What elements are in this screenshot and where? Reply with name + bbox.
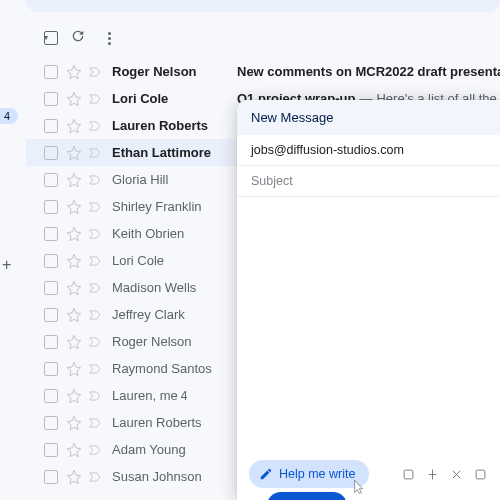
expand-icon[interactable]: [472, 466, 488, 482]
star-icon[interactable]: [66, 253, 82, 269]
sender-name: Gloria Hill: [112, 172, 168, 187]
sender-name: Madison Wells: [112, 280, 196, 295]
refresh-icon[interactable]: [70, 28, 86, 48]
row-checkbox[interactable]: [44, 335, 58, 349]
star-icon[interactable]: [66, 91, 82, 107]
important-icon[interactable]: [88, 227, 102, 241]
star-icon[interactable]: [66, 64, 82, 80]
important-icon[interactable]: [88, 92, 102, 106]
close-icon[interactable]: [448, 466, 464, 482]
important-icon[interactable]: [88, 470, 102, 484]
sender-name: Lauren, me4: [112, 388, 187, 403]
important-icon[interactable]: [88, 389, 102, 403]
row-checkbox[interactable]: [44, 416, 58, 430]
important-icon[interactable]: [88, 173, 102, 187]
sender-name: Keith Obrien: [112, 226, 184, 241]
star-icon[interactable]: [66, 145, 82, 161]
star-icon[interactable]: [66, 172, 82, 188]
svg-rect-0: [404, 470, 413, 479]
star-icon[interactable]: [66, 280, 82, 296]
row-checkbox[interactable]: [44, 470, 58, 484]
star-icon[interactable]: [66, 334, 82, 350]
compose-to-field[interactable]: jobs@diffusion-studios.com: [237, 135, 500, 166]
compose-plus-icon[interactable]: +: [2, 256, 11, 274]
attach-icon[interactable]: [400, 466, 416, 482]
important-icon[interactable]: [88, 335, 102, 349]
inbox-count-badge: 4: [0, 108, 18, 124]
important-icon[interactable]: [88, 416, 102, 430]
important-icon[interactable]: [88, 146, 102, 160]
important-icon[interactable]: [88, 362, 102, 376]
sender-name: Roger Nelson: [112, 334, 192, 349]
important-icon[interactable]: [88, 119, 102, 133]
sender-name: Lauren Roberts: [112, 118, 208, 133]
row-checkbox[interactable]: [44, 389, 58, 403]
header-stub: [26, 0, 500, 12]
row-checkbox[interactable]: [44, 200, 58, 214]
sender-name: Roger Nelson: [112, 64, 197, 79]
row-checkbox[interactable]: [44, 173, 58, 187]
row-checkbox[interactable]: [44, 92, 58, 106]
preview-subject: New comments on MCR2022 draft presentati…: [237, 64, 500, 79]
row-checkbox[interactable]: [44, 146, 58, 160]
star-icon[interactable]: [66, 199, 82, 215]
star-icon[interactable]: [66, 442, 82, 458]
row-checkbox[interactable]: [44, 308, 58, 322]
send-button[interactable]: [267, 492, 347, 500]
sender-name: Raymond Santos: [112, 361, 212, 376]
preview-row[interactable]: New comments on MCR2022 draft presentati…: [237, 58, 500, 85]
important-icon[interactable]: [88, 200, 102, 214]
star-icon[interactable]: [66, 226, 82, 242]
star-icon[interactable]: [66, 361, 82, 377]
insert-icon[interactable]: [424, 466, 440, 482]
list-toolbar: ▾: [44, 28, 111, 48]
star-icon[interactable]: [66, 118, 82, 134]
row-checkbox[interactable]: [44, 254, 58, 268]
row-checkbox[interactable]: [44, 281, 58, 295]
sender-name: Jeffrey Clark: [112, 307, 185, 322]
row-checkbox[interactable]: [44, 443, 58, 457]
important-icon[interactable]: [88, 308, 102, 322]
sender-name: Lori Cole: [112, 91, 168, 106]
star-icon[interactable]: [66, 415, 82, 431]
row-checkbox[interactable]: [44, 65, 58, 79]
compose-title[interactable]: New Message: [237, 100, 500, 135]
svg-rect-1: [476, 470, 485, 479]
compose-body[interactable]: [237, 197, 500, 452]
sender-name: Shirley Franklin: [112, 199, 202, 214]
important-icon[interactable]: [88, 443, 102, 457]
row-checkbox[interactable]: [44, 119, 58, 133]
sender-name: Adam Young: [112, 442, 186, 457]
row-checkbox[interactable]: [44, 362, 58, 376]
sender-name: Lauren Roberts: [112, 415, 202, 430]
compose-subject-field[interactable]: Subject: [237, 166, 500, 197]
cursor-icon: [350, 479, 366, 495]
compose-window: New Message jobs@diffusion-studios.com S…: [237, 100, 500, 500]
sender-name: Lori Cole: [112, 253, 164, 268]
row-checkbox[interactable]: [44, 227, 58, 241]
star-icon[interactable]: [66, 469, 82, 485]
select-all-dropdown-icon[interactable]: ▾: [44, 33, 48, 42]
sender-name: Ethan Lattimore: [112, 145, 211, 160]
more-icon[interactable]: [108, 32, 111, 45]
star-icon[interactable]: [66, 307, 82, 323]
sender-name: Susan Johnson: [112, 469, 202, 484]
star-icon[interactable]: [66, 388, 82, 404]
important-icon[interactable]: [88, 281, 102, 295]
important-icon[interactable]: [88, 254, 102, 268]
important-icon[interactable]: [88, 65, 102, 79]
